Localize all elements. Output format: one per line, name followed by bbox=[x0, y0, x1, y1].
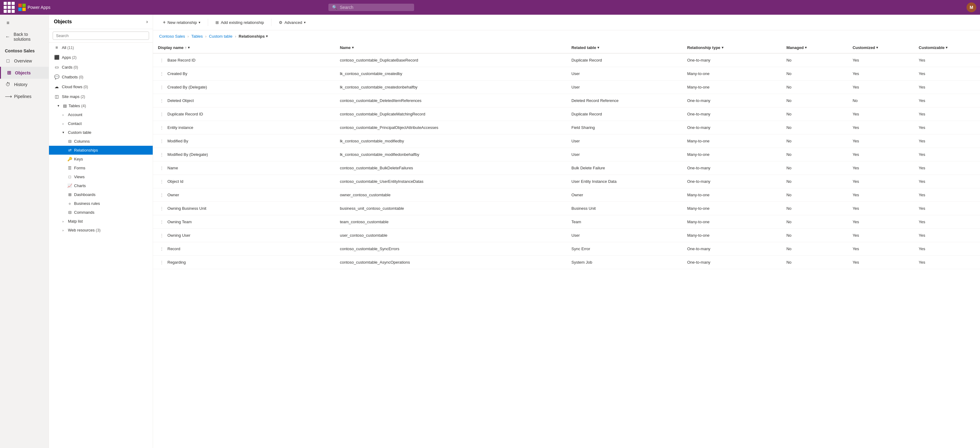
col-relationship-type[interactable]: Relationship type ▾ bbox=[682, 42, 781, 53]
cell-display-name-2: ⋮ Created By (Delegate) bbox=[153, 81, 193, 94]
cell-customizable-3: Yes bbox=[914, 94, 980, 107]
sidebar-item-apps[interactable]: ⬛ Apps (2) bbox=[49, 53, 153, 62]
sidebar-item-customtable[interactable]: ▾ Custom table bbox=[49, 128, 153, 137]
svg-rect-3 bbox=[22, 8, 26, 11]
columns-icon: ⊟ bbox=[67, 139, 72, 143]
row-menu-4[interactable]: ⋮ bbox=[158, 110, 165, 118]
sidebar-item-forms[interactable]: ☰ Forms bbox=[49, 164, 153, 172]
sort-dropdown-icon[interactable]: ▾ bbox=[188, 46, 190, 49]
businessrules-icon: ⟐ bbox=[67, 201, 72, 206]
row-menu-9[interactable]: ⋮ bbox=[158, 178, 165, 185]
sidebar-item-businessrules[interactable]: ⟐ Business rules bbox=[49, 199, 153, 208]
nav-objects-label: Objects bbox=[15, 70, 30, 75]
col-customizable[interactable]: Customizable ▾ bbox=[914, 42, 980, 53]
col-managed[interactable]: Managed ▾ bbox=[781, 42, 848, 53]
sidebar-tables-group[interactable]: ▾ ▤ Tables (4) bbox=[49, 101, 153, 110]
sidebar-item-webresources[interactable]: › Web resources (3) bbox=[49, 226, 153, 234]
back-label: Back to solutions bbox=[14, 32, 44, 41]
cell-customized-12: Yes bbox=[848, 215, 914, 229]
col-customized[interactable]: Customized ▾ bbox=[848, 42, 914, 53]
nav-history[interactable]: ⏱ History bbox=[0, 79, 49, 90]
breadcrumb-tables[interactable]: Tables bbox=[191, 34, 203, 38]
collapse-sidebar-icon[interactable]: › bbox=[146, 19, 148, 24]
breadcrumb-contoso[interactable]: Contoso Sales bbox=[159, 34, 185, 38]
left-nav: ≡ ← Back to solutions Contoso Sales □ Ov… bbox=[0, 15, 49, 448]
row-menu-10[interactable]: ⋮ bbox=[158, 191, 165, 198]
row-menu-14[interactable]: ⋮ bbox=[158, 245, 165, 252]
sidebar-item-commands[interactable]: ⊟ Commands bbox=[49, 208, 153, 217]
sidebar-item-contact[interactable]: › Contact bbox=[49, 119, 153, 128]
sidebar-item-matplist[interactable]: › Matp list bbox=[49, 217, 153, 226]
row-menu-8[interactable]: ⋮ bbox=[158, 164, 165, 172]
waffle-icon[interactable] bbox=[4, 2, 15, 13]
row-menu-12[interactable]: ⋮ bbox=[158, 218, 165, 225]
sidebar-item-views[interactable]: □ Views bbox=[49, 172, 153, 181]
cell-display-name-11: ⋮ Owning Business Unit bbox=[153, 202, 193, 215]
row-menu-6[interactable]: ⋮ bbox=[158, 137, 165, 145]
sidebar-item-relationships[interactable]: ⇄ Relationships bbox=[49, 146, 153, 155]
row-menu-0[interactable]: ⋮ bbox=[158, 57, 165, 64]
sidebar-item-all[interactable]: ≡ All (11) bbox=[49, 43, 153, 53]
cards-icon: ▭ bbox=[54, 65, 59, 70]
cell-display-name-1: ⋮ Created By bbox=[153, 67, 193, 80]
new-relationship-label: New relationship bbox=[167, 20, 197, 25]
history-icon: ⏱ bbox=[5, 82, 11, 87]
search-input[interactable] bbox=[340, 5, 407, 10]
col-display-name[interactable]: Display name ↑▾ bbox=[153, 42, 335, 53]
row-menu-5[interactable]: ⋮ bbox=[158, 124, 165, 131]
cell-customized-15: Yes bbox=[848, 256, 914, 269]
cell-managed-12: No bbox=[781, 215, 848, 229]
nav-pipelines[interactable]: ⟶ Pipelines bbox=[0, 90, 49, 102]
row-menu-15[interactable]: ⋮ bbox=[158, 259, 165, 266]
matplist-label: Matp list bbox=[68, 219, 83, 223]
cell-type-11: Many-to-one bbox=[682, 202, 781, 215]
cell-managed-7: No bbox=[781, 148, 848, 161]
sidebar: Objects › ≡ All (11) ⬛ Apps (2) ▭ Cards … bbox=[49, 15, 153, 448]
sidebar-item-chatbots[interactable]: 💬 Chatbots (0) bbox=[49, 72, 153, 82]
sidebar-item-columns[interactable]: ⊟ Columns bbox=[49, 137, 153, 146]
cell-customizable-1: Yes bbox=[914, 67, 980, 81]
avatar[interactable]: M bbox=[967, 2, 976, 12]
row-menu-3[interactable]: ⋮ bbox=[158, 97, 165, 104]
row-menu-7[interactable]: ⋮ bbox=[158, 151, 165, 158]
toolbar-divider-2 bbox=[271, 19, 272, 26]
sidebar-item-cloudflows[interactable]: ☁ Cloud flows (0) bbox=[49, 82, 153, 92]
table-row: ⋮ Object Id contoso_customtable_UserEnti… bbox=[153, 175, 980, 188]
table-row: ⋮ Owning User user_contoso_customtable U… bbox=[153, 229, 980, 242]
topbar-search-box[interactable]: 🔍 bbox=[328, 4, 414, 11]
sidebar-search-input[interactable] bbox=[52, 32, 149, 40]
sidebar-item-dashboards[interactable]: ⊞ Dashboards bbox=[49, 190, 153, 199]
row-menu-2[interactable]: ⋮ bbox=[158, 84, 165, 91]
sidebar-item-account[interactable]: › Account bbox=[49, 110, 153, 119]
nav-objects[interactable]: ⊞ Objects bbox=[0, 67, 49, 79]
cell-customized-5: Yes bbox=[848, 121, 914, 134]
row-menu-11[interactable]: ⋮ bbox=[158, 205, 165, 212]
sidebar-item-charts[interactable]: 📈 Charts bbox=[49, 181, 153, 190]
back-to-solutions[interactable]: ← Back to solutions bbox=[0, 29, 49, 45]
row-menu-1[interactable]: ⋮ bbox=[158, 70, 165, 77]
col-related-table[interactable]: Related table ▾ bbox=[566, 42, 682, 53]
sidebar-item-cards[interactable]: ▭ Cards (0) bbox=[49, 62, 153, 72]
add-existing-relationship-button[interactable]: ⊞ Add existing relationship bbox=[212, 18, 267, 27]
new-relationship-button[interactable]: + New relationship ▾ bbox=[159, 18, 204, 27]
row-menu-13[interactable]: ⋮ bbox=[158, 232, 165, 239]
advanced-button[interactable]: ⚙ Advanced ▾ bbox=[275, 18, 309, 27]
pipelines-icon: ⟶ bbox=[5, 93, 11, 99]
cell-display-name-7: ⋮ Modified By (Delegate) bbox=[153, 148, 193, 161]
cell-type-8: One-to-many bbox=[682, 161, 781, 175]
hamburger-menu[interactable]: ≡ bbox=[0, 17, 49, 29]
breadcrumb-dropdown-icon[interactable]: ▾ bbox=[266, 34, 268, 38]
breadcrumb-sep-3: › bbox=[235, 34, 236, 38]
cell-type-7: Many-to-one bbox=[682, 148, 781, 161]
nav-overview-label: Overview bbox=[14, 59, 32, 64]
cell-display-name-4: ⋮ Duplicate Record ID bbox=[153, 107, 193, 121]
breadcrumb-customtable[interactable]: Custom table bbox=[209, 34, 232, 38]
dashboards-icon: ⊞ bbox=[67, 192, 72, 197]
nav-overview[interactable]: □ Overview bbox=[0, 55, 49, 67]
sidebar-item-sitemaps[interactable]: ◫ Site maps (2) bbox=[49, 92, 153, 101]
col-name[interactable]: Name ▾ bbox=[335, 42, 566, 53]
sidebar-item-keys[interactable]: 🔑 Keys bbox=[49, 155, 153, 164]
hamburger-icon: ≡ bbox=[5, 20, 11, 26]
cell-name-0: contoso_customtable_DuplicateBaseRecord bbox=[335, 53, 566, 67]
cell-type-12: Many-to-one bbox=[682, 215, 781, 229]
